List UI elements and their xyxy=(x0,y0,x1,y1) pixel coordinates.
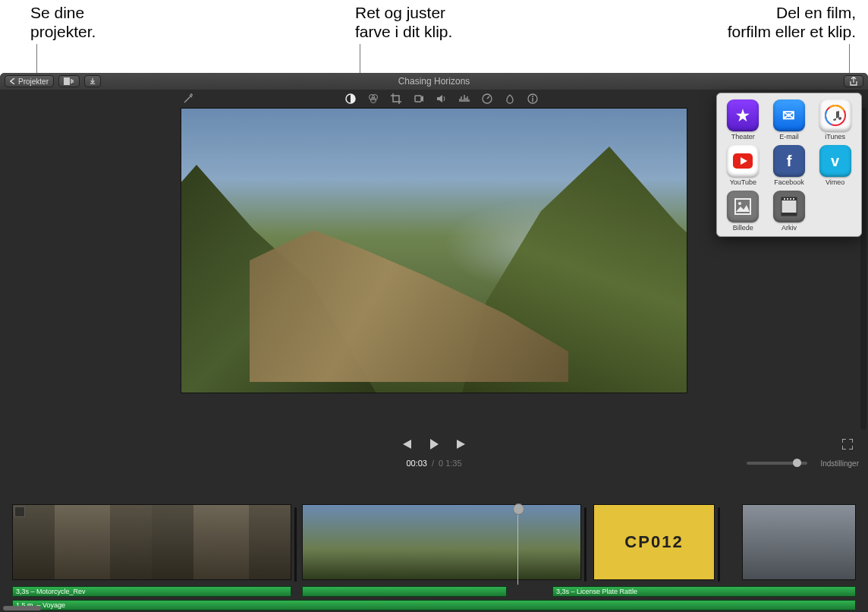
color-balance-icon[interactable] xyxy=(344,93,357,105)
share-button[interactable] xyxy=(844,75,863,87)
volume-icon[interactable] xyxy=(436,93,448,105)
svg-rect-17 xyxy=(782,213,797,216)
share-icon xyxy=(849,77,858,86)
filter-icon[interactable] xyxy=(504,93,516,105)
download-icon xyxy=(90,77,96,85)
share-item-email[interactable]: ✉E-mail xyxy=(766,99,813,140)
chevron-left-icon xyxy=(10,78,16,84)
audio-clip-motorcycle[interactable]: 3,3s – Motorcycle_Rev xyxy=(12,586,291,597)
audio-clip-voyage[interactable]: 1,5 m. – Voyage xyxy=(12,600,856,610)
project-title: Chasing Horizons xyxy=(398,76,470,87)
facebook-icon: f xyxy=(773,145,805,177)
svg-rect-18 xyxy=(784,198,785,200)
share-item-facebook[interactable]: fFacebook xyxy=(766,145,813,186)
svg-rect-0 xyxy=(64,77,70,85)
share-label-youtube: YouTube xyxy=(730,178,756,186)
clip-marker-icon xyxy=(14,506,25,517)
share-popover: ★Theater✉E-mailiTunesYouTubefFacebookvVi… xyxy=(716,93,862,237)
email-icon: ✉ xyxy=(773,99,805,131)
noise-reduction-icon[interactable] xyxy=(458,93,470,105)
clip-transition-handle[interactable] xyxy=(294,507,297,582)
timeline: CP012 3,3s – Motorcycle_Rev 3,3s – Licen… xyxy=(0,500,868,612)
share-label-itunes: iTunes xyxy=(825,133,845,140)
share-label-facebook: Facebook xyxy=(774,178,804,186)
clip-street[interactable] xyxy=(12,504,291,580)
audio-clip-mtn[interactable] xyxy=(302,586,507,597)
share-item-image[interactable]: Billede xyxy=(720,191,766,232)
stabilize-icon[interactable] xyxy=(413,93,425,105)
clips-row: CP012 xyxy=(12,504,856,585)
image-icon xyxy=(727,191,759,222)
svg-rect-19 xyxy=(787,198,788,200)
info-icon[interactable] xyxy=(527,93,539,105)
titlebar: Projekter Chasing Horizons xyxy=(0,73,868,90)
speed-icon[interactable] xyxy=(481,93,493,105)
media-button[interactable] xyxy=(58,75,80,87)
audio-row-2: 1,5 m. – Voyage xyxy=(12,600,856,612)
callout-share: Del en film, forfilm eller et klip. xyxy=(728,3,856,41)
viewer-frame[interactable] xyxy=(181,108,687,393)
playhead[interactable] xyxy=(517,504,518,585)
audio-row-1: 3,3s – Motorcycle_Rev 3,3s – License Pla… xyxy=(12,586,856,598)
prev-frame-button[interactable] xyxy=(401,439,413,451)
archive-icon xyxy=(773,191,805,222)
clip-bike[interactable] xyxy=(742,504,856,580)
svg-point-11 xyxy=(824,104,847,127)
clip-thumb xyxy=(442,505,580,579)
clip-transition-handle[interactable] xyxy=(584,507,587,582)
media-icon xyxy=(64,77,74,85)
svg-rect-20 xyxy=(790,198,791,200)
svg-point-4 xyxy=(371,98,376,103)
callout-projects: Se dine projekter. xyxy=(30,3,96,41)
time-total: 0 1:35 xyxy=(439,459,462,468)
next-frame-button[interactable] xyxy=(455,439,467,451)
svg-point-10 xyxy=(824,104,847,127)
clip-thumb: CP012 xyxy=(594,505,714,579)
settings-button[interactable]: Indstillinger xyxy=(820,459,859,468)
share-label-archive: Arkiv xyxy=(782,224,797,232)
clip-thumb xyxy=(152,505,291,579)
play-button[interactable] xyxy=(428,438,440,452)
share-label-vimeo: Vimeo xyxy=(826,178,844,186)
fullscreen-button[interactable] xyxy=(842,439,853,451)
import-button[interactable] xyxy=(84,75,101,87)
share-item-archive[interactable]: Arkiv xyxy=(766,191,813,232)
svg-rect-5 xyxy=(415,96,421,102)
share-item-vimeo[interactable]: vVimeo xyxy=(812,145,858,186)
time-bar: 00:03 / 0 1:35 Indstillinger xyxy=(0,456,868,471)
itunes-icon xyxy=(819,99,851,131)
share-item-youtube[interactable]: YouTube xyxy=(720,145,766,186)
crop-icon[interactable] xyxy=(390,93,402,105)
clip-plate[interactable]: CP012 xyxy=(593,504,715,580)
app-window: Projekter Chasing Horizons xyxy=(0,73,868,612)
callout-projects-line xyxy=(36,44,37,74)
clip-thumb xyxy=(743,505,855,579)
clip-transition-handle[interactable] xyxy=(718,507,720,582)
callout-color: Ret og juster farve i dit klip. xyxy=(355,3,452,41)
svg-point-8 xyxy=(532,96,533,97)
projects-button[interactable]: Projekter xyxy=(5,75,54,87)
time-current: 00:03 xyxy=(406,459,427,468)
theater-icon: ★ xyxy=(727,99,759,131)
share-label-email: E-mail xyxy=(779,133,799,140)
magic-wand-icon[interactable] xyxy=(182,93,194,105)
playback-controls xyxy=(0,434,868,456)
svg-point-14 xyxy=(738,202,741,205)
svg-rect-21 xyxy=(793,198,794,200)
color-correction-icon[interactable] xyxy=(367,93,379,105)
youtube-icon xyxy=(727,145,759,177)
clip-mtn[interactable] xyxy=(302,504,581,580)
clip-thumb xyxy=(303,505,442,579)
vimeo-icon: v xyxy=(819,145,851,177)
zoom-slider[interactable] xyxy=(747,462,807,465)
projects-button-label: Projekter xyxy=(18,77,49,86)
share-item-theater[interactable]: ★Theater xyxy=(720,99,766,140)
timeline-scrollbar[interactable] xyxy=(3,606,41,610)
share-item-itunes[interactable]: iTunes xyxy=(812,99,858,140)
clip-thumb xyxy=(13,505,152,579)
share-label-image: Billede xyxy=(733,224,753,232)
audio-clip-plate[interactable]: 3,3s – License Plate Rattle xyxy=(552,586,856,597)
share-label-theater: Theater xyxy=(731,133,755,140)
callout-share-line xyxy=(849,44,850,74)
